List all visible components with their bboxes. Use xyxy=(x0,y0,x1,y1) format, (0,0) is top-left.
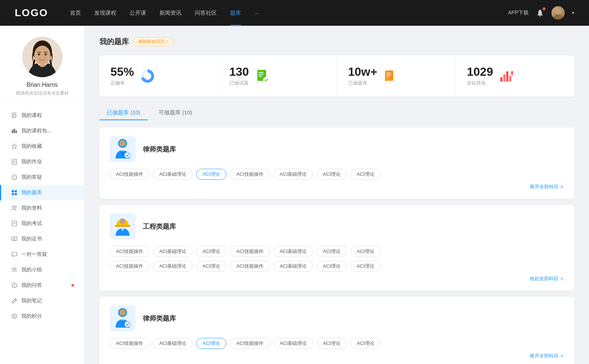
tag-3-5[interactable]: ACI基础理论 xyxy=(274,338,313,349)
expand-link-3[interactable]: 展开全部科目 ∨ xyxy=(110,353,564,359)
svg-rect-6 xyxy=(40,63,45,67)
tag-2-7[interactable]: ACI理论 xyxy=(350,246,381,257)
sidebar-menu: 我的课程 我的课程包... 我的收藏 我的作业 xyxy=(0,108,84,324)
avatar[interactable] xyxy=(551,6,565,19)
stat-done-banks: 10w+ 已做题库 xyxy=(337,56,456,97)
sidebar-item-my-qa[interactable]: ? 我的答疑 xyxy=(0,169,84,185)
nav-open-course[interactable]: 公开课 xyxy=(130,8,146,18)
nav-discover[interactable]: 发现课程 xyxy=(94,8,116,18)
nav-news[interactable]: 新闻资讯 xyxy=(159,8,181,18)
svg-point-1 xyxy=(555,8,561,14)
sidebar-label-my-course: 我的课程 xyxy=(21,112,42,119)
sidebar-label-my-questions: 我的问答 xyxy=(21,282,42,289)
svg-rect-23 xyxy=(12,190,14,192)
sidebar-item-my-group[interactable]: 我的小组 xyxy=(0,262,84,278)
tag-2-5[interactable]: ACI基础理论 xyxy=(274,246,313,257)
tag-2-4[interactable]: ACI技能操作 xyxy=(230,246,270,257)
tag-2-12[interactable]: ACI基础理论 xyxy=(274,261,313,272)
sidebar-item-certificate[interactable]: 我的证书 xyxy=(0,231,84,247)
nav-home[interactable]: 首页 xyxy=(70,8,81,18)
tag-2-10[interactable]: ACI理论 xyxy=(196,261,226,272)
page-header: 我的题库 体验剩余23天！ xyxy=(99,37,574,47)
sidebar-item-favorites[interactable]: 我的收藏 xyxy=(0,139,84,154)
svg-rect-24 xyxy=(15,190,17,192)
logo[interactable]: LOGO xyxy=(15,7,48,19)
sidebar-item-question-bank[interactable]: 我的题库 xyxy=(0,185,84,200)
lawyer-icon-3 xyxy=(110,306,135,331)
tag-1-6[interactable]: ACI理论 xyxy=(317,169,347,180)
pie-chart-icon xyxy=(140,68,155,84)
doc-icon xyxy=(11,112,18,119)
bank-tags-2-row2: ACI技能操作 ACI基础理论 ACI理论 ACI技能操作 ACI基础理论 AC… xyxy=(110,261,564,272)
stat-label-done-banks: 已做题库 xyxy=(348,80,377,86)
svg-point-61 xyxy=(119,140,126,147)
sidebar-item-my-package[interactable]: 我的课程包... xyxy=(0,123,84,139)
navbar: LOGO 首页 发现课程 公开课 新闻资讯 问答社区 题库 ··· APP下载 … xyxy=(0,0,589,26)
tag-2-6[interactable]: ACI理论 xyxy=(317,246,347,257)
svg-rect-57 xyxy=(503,74,505,82)
tag-1-7[interactable]: ACI理论 xyxy=(350,169,381,180)
page-title: 我的题库 xyxy=(99,37,129,47)
tag-2-9[interactable]: ACI基础理论 xyxy=(153,261,193,272)
collapse-link-2[interactable]: 收起全部科目 ∧ xyxy=(110,275,564,282)
bank-card-2: 工程类题库 ACI技能操作 ACI基础理论 ACI理论 ACI技能操作 ACI基… xyxy=(99,205,574,291)
tag-3-6[interactable]: ACI理论 xyxy=(317,338,347,349)
tag-3-2[interactable]: ACI基础理论 xyxy=(153,338,193,349)
app-download-button[interactable]: APP下载 xyxy=(508,10,529,16)
tag-1-2[interactable]: ACI基础理论 xyxy=(153,169,193,180)
nav-question-bank[interactable]: 题库 xyxy=(230,8,241,18)
svg-rect-58 xyxy=(506,71,508,82)
stat-label-done-questions: 已做试题 xyxy=(229,80,249,86)
tag-1-4[interactable]: ACI技能操作 xyxy=(230,169,270,180)
tag-3-4[interactable]: ACI技能操作 xyxy=(230,338,270,349)
sidebar-item-my-course[interactable]: 我的课程 xyxy=(0,108,84,123)
bank-tags-2-row1: ACI技能操作 ACI基础理论 ACI理论 ACI技能操作 ACI基础理论 AC… xyxy=(110,246,564,257)
tab-done-banks[interactable]: 已做题库 (10) xyxy=(99,106,148,120)
svg-rect-47 xyxy=(258,72,264,73)
sidebar-item-my-data[interactable]: 我的资料 xyxy=(0,200,84,216)
sidebar-label-my-data: 我的资料 xyxy=(21,205,42,211)
tag-3-1[interactable]: ACI技能操作 xyxy=(110,338,149,349)
expand-link-1[interactable]: 展开全部科目 ∨ xyxy=(110,183,564,190)
tag-2-14[interactable]: ACI理论 xyxy=(350,261,381,272)
svg-point-2 xyxy=(554,14,562,19)
sidebar-label-notes: 我的笔记 xyxy=(21,297,42,304)
sidebar-item-points[interactable]: 我的积分 xyxy=(0,308,84,324)
tag-3-7[interactable]: ACI理论 xyxy=(350,338,381,349)
tag-2-3[interactable]: ACI理论 xyxy=(196,246,226,257)
tag-1-1[interactable]: ACI技能操作 xyxy=(110,169,149,180)
sidebar-item-my-questions[interactable]: ? 我的问答 xyxy=(0,278,84,293)
sidebar-profile: Brian Harris 错误的决定比没有决定要好 xyxy=(0,37,84,104)
stat-number-done-questions: 130 xyxy=(229,66,249,78)
tab-available-banks[interactable]: 可做题库 (10) xyxy=(151,106,200,120)
sidebar-label-my-group: 我的小组 xyxy=(21,267,42,273)
tag-1-3[interactable]: ACI理论 xyxy=(196,169,226,180)
sidebar-item-one-on-one[interactable]: 一对一答疑 xyxy=(0,247,84,262)
bank-card-1: 律师类题库 ACI技能操作 ACI基础理论 ACI理论 ACI技能操作 ACI基… xyxy=(99,128,574,199)
tag-2-1[interactable]: ACI技能操作 xyxy=(110,246,149,257)
svg-rect-52 xyxy=(387,73,391,74)
tag-1-5[interactable]: ACI基础理论 xyxy=(274,169,313,180)
stat-number-correct-rate: 55% xyxy=(110,66,134,78)
svg-point-38 xyxy=(15,268,17,270)
bar-red-icon xyxy=(499,68,514,84)
nav-qa[interactable]: 问答社区 xyxy=(195,8,217,18)
tag-2-11[interactable]: ACI技能操作 xyxy=(230,261,270,272)
stat-number-site-rank: 1029 xyxy=(467,66,493,78)
sidebar-label-my-exam: 我的考试 xyxy=(21,220,42,227)
sidebar-item-homework[interactable]: 我的作业 xyxy=(0,154,84,169)
user-menu-chevron[interactable]: ▾ xyxy=(572,10,574,15)
sidebar-item-my-exam[interactable]: 我的考试 xyxy=(0,216,84,231)
tag-3-3[interactable]: ACI理论 xyxy=(196,338,226,349)
svg-point-45 xyxy=(144,72,151,80)
sidebar-label-question-bank: 我的题库 xyxy=(21,189,42,196)
sidebar-item-notes[interactable]: 我的笔记 xyxy=(0,293,84,308)
question-notification-dot xyxy=(71,284,74,287)
notification-bell[interactable] xyxy=(536,9,544,17)
tag-2-8[interactable]: ACI技能操作 xyxy=(110,261,149,272)
svg-rect-29 xyxy=(12,221,17,226)
tag-2-2[interactable]: ACI基础理论 xyxy=(153,246,193,257)
grid-icon xyxy=(11,189,18,196)
nav-more[interactable]: ··· xyxy=(254,8,259,18)
tag-2-13[interactable]: ACI理论 xyxy=(317,261,347,272)
